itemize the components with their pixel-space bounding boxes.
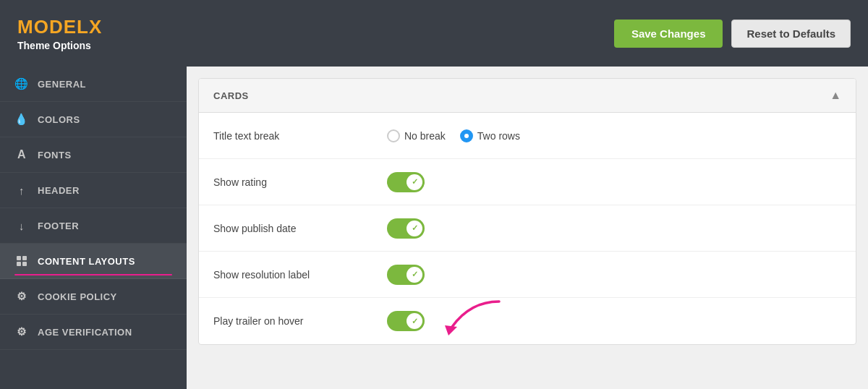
cards-panel: CARDS ▲ Title text break No break Two ro…: [198, 78, 856, 345]
no-break-label: No break: [404, 130, 446, 142]
reset-defaults-button[interactable]: Reset to Defaults: [731, 20, 851, 48]
sidebar-label-content-layouts: CONTENT LAYOUTS: [38, 256, 135, 267]
show-rating-label: Show rating: [199, 176, 373, 188]
two-rows-radio[interactable]: [460, 129, 473, 142]
show-rating-toggle[interactable]: ✓: [387, 172, 425, 192]
toggle-check-icon: ✓: [412, 317, 418, 326]
collapse-chevron-icon[interactable]: ▲: [830, 89, 841, 102]
no-break-radio[interactable]: [387, 129, 400, 142]
sidebar-item-colors[interactable]: 💧 COLORS: [0, 102, 187, 137]
main-layout: 🌐 GENERAL 💧 COLORS A FONTS ↑ HEADER ↓ FO…: [0, 67, 868, 389]
sidebar-item-fonts[interactable]: A FONTS: [0, 137, 187, 173]
play-trailer-on-hover-control: ✓: [373, 311, 856, 331]
cookie-icon: ⚙: [14, 289, 29, 304]
sidebar-label-header: HEADER: [38, 185, 80, 196]
logo-accent: X: [89, 16, 102, 38]
sidebar-item-content-layouts[interactable]: CONTENT LAYOUTS: [0, 244, 187, 279]
theme-options-subtitle: Theme Options: [17, 40, 102, 51]
sidebar-label-cookie-policy: COOKIE POLICY: [38, 291, 117, 302]
toggle-knob: ✓: [407, 221, 422, 236]
content-area: CARDS ▲ Title text break No break Two ro…: [187, 67, 868, 389]
sidebar-label-footer: FOOTER: [38, 221, 79, 231]
font-icon: A: [14, 148, 29, 162]
show-rating-control: ✓: [373, 172, 856, 192]
panel-title: CARDS: [213, 90, 249, 101]
title-text-break-control: No break Two rows: [373, 129, 856, 142]
sidebar-item-header[interactable]: ↑ HEADER: [0, 173, 187, 208]
arrow-annotation-svg: [412, 298, 506, 338]
sidebar-item-footer[interactable]: ↓ FOOTER: [0, 208, 187, 244]
play-trailer-on-hover-label: Play trailer on hover: [199, 315, 373, 327]
sidebar-label-age-verification: AGE VERIFICATION: [38, 327, 132, 338]
show-publish-date-label: Show publish date: [199, 223, 373, 234]
show-resolution-label-toggle[interactable]: ✓: [387, 265, 425, 285]
sidebar-label-fonts: FONTS: [38, 150, 72, 161]
sidebar-label-colors: COLORS: [38, 114, 80, 125]
toggle-check-icon: ✓: [412, 223, 418, 233]
show-resolution-label-row: Show resolution label ✓: [199, 252, 856, 298]
logo-brand: MODEL: [17, 16, 89, 38]
sidebar-item-age-verification[interactable]: ⚙ AGE VERIFICATION: [0, 315, 187, 350]
toggle-knob: ✓: [407, 174, 422, 190]
play-trailer-on-hover-toggle[interactable]: ✓: [387, 311, 425, 331]
title-text-break-row: Title text break No break Two rows: [199, 113, 856, 159]
svg-rect-2: [17, 262, 21, 266]
layout-icon: [14, 254, 29, 268]
two-rows-label: Two rows: [477, 130, 520, 142]
svg-rect-3: [22, 262, 27, 266]
logo-area: MODELX Theme Options: [17, 16, 102, 51]
svg-rect-0: [17, 256, 21, 260]
arrow-up-icon: ↑: [14, 183, 29, 197]
sidebar: 🌐 GENERAL 💧 COLORS A FONTS ↑ HEADER ↓ FO…: [0, 67, 187, 389]
age-icon: ⚙: [14, 325, 29, 339]
two-rows-option[interactable]: Two rows: [460, 129, 520, 142]
toggle-knob: ✓: [407, 267, 422, 283]
no-break-option[interactable]: No break: [387, 129, 446, 142]
sidebar-label-general: GENERAL: [38, 79, 86, 90]
show-resolution-label-control: ✓: [373, 265, 856, 285]
header-buttons: Save Changes Reset to Defaults: [614, 20, 851, 48]
sidebar-item-cookie-policy[interactable]: ⚙ COOKIE POLICY: [0, 279, 187, 315]
app-header: MODELX Theme Options Save Changes Reset …: [0, 0, 868, 67]
show-rating-row: Show rating ✓: [199, 159, 856, 205]
toggle-knob: ✓: [407, 313, 422, 329]
toggle-check-icon: ✓: [412, 177, 418, 187]
toggle-check-icon: ✓: [412, 270, 418, 279]
droplet-icon: 💧: [14, 112, 29, 127]
show-publish-date-control: ✓: [373, 218, 856, 239]
title-text-break-radio-group: No break Two rows: [387, 129, 520, 142]
show-publish-date-row: Show publish date ✓: [199, 205, 856, 252]
svg-rect-1: [22, 256, 27, 260]
title-text-break-label: Title text break: [199, 130, 373, 142]
play-trailer-on-hover-row: Play trailer on hover ✓: [199, 298, 856, 344]
arrow-down-icon: ↓: [14, 218, 29, 233]
show-resolution-label-label: Show resolution label: [199, 269, 373, 281]
svg-marker-4: [445, 325, 457, 335]
show-publish-date-toggle[interactable]: ✓: [387, 218, 425, 239]
panel-header: CARDS ▲: [199, 79, 856, 113]
sidebar-item-general[interactable]: 🌐 GENERAL: [0, 67, 187, 102]
globe-icon: 🌐: [14, 77, 29, 91]
save-changes-button[interactable]: Save Changes: [614, 20, 723, 48]
logo: MODELX: [17, 16, 102, 38]
